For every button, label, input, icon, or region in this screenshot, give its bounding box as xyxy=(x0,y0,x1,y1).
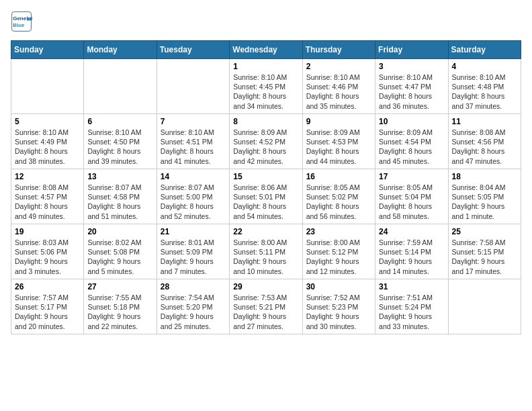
calendar-cell: 14Sunrise: 8:07 AM Sunset: 5:00 PM Dayli… xyxy=(157,169,229,224)
day-number: 19 xyxy=(15,227,80,236)
day-number: 3 xyxy=(379,62,444,71)
calendar-cell xyxy=(11,59,84,114)
day-info: Sunrise: 8:05 AM Sunset: 5:02 PM Dayligh… xyxy=(306,183,371,221)
calendar-cell: 24Sunrise: 7:59 AM Sunset: 5:14 PM Dayli… xyxy=(375,224,448,279)
calendar-cell: 1Sunrise: 8:10 AM Sunset: 4:45 PM Daylig… xyxy=(230,59,302,114)
calendar-cell: 11Sunrise: 8:08 AM Sunset: 4:56 PM Dayli… xyxy=(448,114,521,169)
day-info: Sunrise: 7:55 AM Sunset: 5:18 PM Dayligh… xyxy=(87,293,152,331)
day-number: 29 xyxy=(233,282,298,291)
calendar-cell: 22Sunrise: 8:00 AM Sunset: 5:11 PM Dayli… xyxy=(230,224,302,279)
weekday-header-friday: Friday xyxy=(375,41,448,59)
day-info: Sunrise: 8:07 AM Sunset: 5:00 PM Dayligh… xyxy=(161,183,226,221)
day-number: 12 xyxy=(15,172,80,181)
calendar-cell: 19Sunrise: 8:03 AM Sunset: 5:06 PM Dayli… xyxy=(11,224,84,279)
calendar-cell: 21Sunrise: 8:01 AM Sunset: 5:09 PM Dayli… xyxy=(157,224,229,279)
calendar-header-row: SundayMondayTuesdayWednesdayThursdayFrid… xyxy=(11,41,521,59)
day-number: 9 xyxy=(306,117,371,126)
day-number: 25 xyxy=(452,227,517,236)
day-info: Sunrise: 7:58 AM Sunset: 5:15 PM Dayligh… xyxy=(452,238,517,276)
calendar-cell xyxy=(448,279,521,334)
day-number: 5 xyxy=(15,117,80,126)
day-info: Sunrise: 8:08 AM Sunset: 4:56 PM Dayligh… xyxy=(452,128,517,166)
week-row-5: 26Sunrise: 7:57 AM Sunset: 5:17 PM Dayli… xyxy=(11,279,521,334)
day-number: 20 xyxy=(87,227,152,236)
day-number: 7 xyxy=(161,117,226,126)
day-number: 8 xyxy=(233,117,298,126)
day-info: Sunrise: 8:10 AM Sunset: 4:49 PM Dayligh… xyxy=(15,128,80,166)
weekday-header-sunday: Sunday xyxy=(11,41,84,59)
day-info: Sunrise: 7:54 AM Sunset: 5:20 PM Dayligh… xyxy=(161,293,226,331)
calendar-cell: 31Sunrise: 7:51 AM Sunset: 5:24 PM Dayli… xyxy=(375,279,448,334)
day-number: 23 xyxy=(306,227,371,236)
calendar-cell: 6Sunrise: 8:10 AM Sunset: 4:50 PM Daylig… xyxy=(84,114,157,169)
day-number: 21 xyxy=(161,227,226,236)
calendar-cell: 17Sunrise: 8:05 AM Sunset: 5:04 PM Dayli… xyxy=(375,169,448,224)
calendar-cell: 25Sunrise: 7:58 AM Sunset: 5:15 PM Dayli… xyxy=(448,224,521,279)
calendar-cell: 2Sunrise: 8:10 AM Sunset: 4:46 PM Daylig… xyxy=(302,59,375,114)
day-info: Sunrise: 7:59 AM Sunset: 5:14 PM Dayligh… xyxy=(379,238,444,276)
calendar-cell: 30Sunrise: 7:52 AM Sunset: 5:23 PM Dayli… xyxy=(302,279,375,334)
day-info: Sunrise: 8:01 AM Sunset: 5:09 PM Dayligh… xyxy=(161,238,226,276)
day-number: 4 xyxy=(452,62,517,71)
day-info: Sunrise: 8:04 AM Sunset: 5:05 PM Dayligh… xyxy=(452,183,517,221)
weekday-header-saturday: Saturday xyxy=(448,41,521,59)
week-row-1: 1Sunrise: 8:10 AM Sunset: 4:45 PM Daylig… xyxy=(11,59,521,114)
calendar-cell: 18Sunrise: 8:04 AM Sunset: 5:05 PM Dayli… xyxy=(448,169,521,224)
day-number: 13 xyxy=(87,172,152,181)
day-info: Sunrise: 7:53 AM Sunset: 5:21 PM Dayligh… xyxy=(233,293,298,331)
calendar-cell: 26Sunrise: 7:57 AM Sunset: 5:17 PM Dayli… xyxy=(11,279,84,334)
day-info: Sunrise: 8:00 AM Sunset: 5:11 PM Dayligh… xyxy=(233,238,298,276)
calendar-cell: 5Sunrise: 8:10 AM Sunset: 4:49 PM Daylig… xyxy=(11,114,84,169)
calendar-cell: 13Sunrise: 8:07 AM Sunset: 4:58 PM Dayli… xyxy=(84,169,157,224)
page-header: General Blue xyxy=(11,11,521,32)
day-number: 10 xyxy=(379,117,444,126)
day-number: 2 xyxy=(306,62,371,71)
day-info: Sunrise: 8:06 AM Sunset: 5:01 PM Dayligh… xyxy=(233,183,298,221)
svg-text:Blue: Blue xyxy=(13,22,25,28)
day-info: Sunrise: 8:00 AM Sunset: 5:12 PM Dayligh… xyxy=(306,238,371,276)
calendar-cell: 10Sunrise: 8:09 AM Sunset: 4:54 PM Dayli… xyxy=(375,114,448,169)
day-number: 11 xyxy=(452,117,517,126)
calendar-cell: 23Sunrise: 8:00 AM Sunset: 5:12 PM Dayli… xyxy=(302,224,375,279)
week-row-3: 12Sunrise: 8:08 AM Sunset: 4:57 PM Dayli… xyxy=(11,169,521,224)
day-info: Sunrise: 8:05 AM Sunset: 5:04 PM Dayligh… xyxy=(379,183,444,221)
day-number: 24 xyxy=(379,227,444,236)
calendar-cell: 29Sunrise: 7:53 AM Sunset: 5:21 PM Dayli… xyxy=(230,279,302,334)
week-row-4: 19Sunrise: 8:03 AM Sunset: 5:06 PM Dayli… xyxy=(11,224,521,279)
day-number: 6 xyxy=(87,117,152,126)
day-info: Sunrise: 8:08 AM Sunset: 4:57 PM Dayligh… xyxy=(15,183,80,221)
day-info: Sunrise: 8:03 AM Sunset: 5:06 PM Dayligh… xyxy=(15,238,80,276)
day-number: 28 xyxy=(161,282,226,291)
day-info: Sunrise: 7:57 AM Sunset: 5:17 PM Dayligh… xyxy=(15,293,80,331)
calendar-cell: 27Sunrise: 7:55 AM Sunset: 5:18 PM Dayli… xyxy=(84,279,157,334)
calendar-cell xyxy=(84,59,157,114)
day-number: 22 xyxy=(233,227,298,236)
calendar-cell: 8Sunrise: 8:09 AM Sunset: 4:52 PM Daylig… xyxy=(230,114,302,169)
day-info: Sunrise: 8:07 AM Sunset: 4:58 PM Dayligh… xyxy=(87,183,152,221)
day-info: Sunrise: 8:10 AM Sunset: 4:47 PM Dayligh… xyxy=(379,73,444,111)
day-number: 15 xyxy=(233,172,298,181)
day-info: Sunrise: 7:52 AM Sunset: 5:23 PM Dayligh… xyxy=(306,293,371,331)
weekday-header-wednesday: Wednesday xyxy=(230,41,302,59)
calendar-cell: 9Sunrise: 8:09 AM Sunset: 4:53 PM Daylig… xyxy=(302,114,375,169)
calendar-cell: 7Sunrise: 8:10 AM Sunset: 4:51 PM Daylig… xyxy=(157,114,229,169)
calendar-cell: 20Sunrise: 8:02 AM Sunset: 5:08 PM Dayli… xyxy=(84,224,157,279)
day-number: 17 xyxy=(379,172,444,181)
day-number: 26 xyxy=(15,282,80,291)
calendar-cell: 16Sunrise: 8:05 AM Sunset: 5:02 PM Dayli… xyxy=(302,169,375,224)
day-info: Sunrise: 8:10 AM Sunset: 4:45 PM Dayligh… xyxy=(233,73,298,111)
day-number: 31 xyxy=(379,282,444,291)
day-number: 18 xyxy=(452,172,517,181)
weekday-header-thursday: Thursday xyxy=(302,41,375,59)
logo-icon: General Blue xyxy=(11,11,32,32)
calendar-cell: 12Sunrise: 8:08 AM Sunset: 4:57 PM Dayli… xyxy=(11,169,84,224)
calendar-table: SundayMondayTuesdayWednesdayThursdayFrid… xyxy=(11,40,521,334)
day-info: Sunrise: 8:09 AM Sunset: 4:54 PM Dayligh… xyxy=(379,128,444,166)
day-number: 30 xyxy=(306,282,371,291)
weekday-header-monday: Monday xyxy=(84,41,157,59)
calendar-cell xyxy=(157,59,229,114)
day-number: 1 xyxy=(233,62,298,71)
day-info: Sunrise: 8:10 AM Sunset: 4:50 PM Dayligh… xyxy=(87,128,152,166)
day-number: 16 xyxy=(306,172,371,181)
day-info: Sunrise: 8:10 AM Sunset: 4:48 PM Dayligh… xyxy=(452,73,517,111)
